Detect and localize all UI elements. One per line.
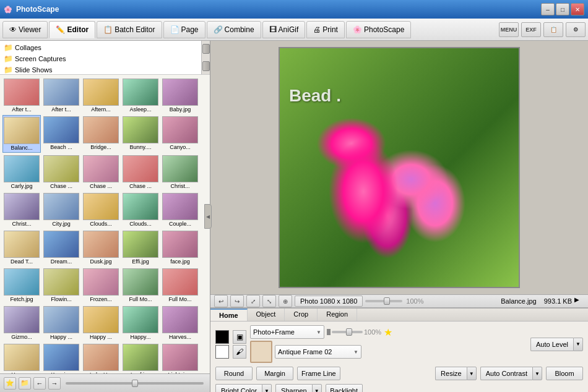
copy-button[interactable]: 📋 xyxy=(543,22,563,37)
folder-button[interactable]: 📁 xyxy=(19,377,31,390)
list-item[interactable]: Christ... xyxy=(161,154,199,190)
tab-print[interactable]: 🖨 Print xyxy=(306,21,345,38)
star-button[interactable]: ⭐ xyxy=(4,377,16,390)
collapse-handle[interactable]: ◀ xyxy=(204,204,212,229)
list-item[interactable]: City.jpg xyxy=(42,192,80,228)
frame-line-button[interactable]: Frame Line xyxy=(297,367,340,380)
list-item[interactable]: After t... xyxy=(42,77,80,114)
list-item[interactable]: Gizmo... xyxy=(2,305,41,341)
maximize-button[interactable]: □ xyxy=(556,3,569,15)
forward-button[interactable]: → xyxy=(48,377,61,390)
tab-anigif[interactable]: 🎞 AniGif xyxy=(262,21,306,38)
close-button[interactable]: ✕ xyxy=(571,3,584,15)
list-item[interactable]: face.jpg xyxy=(161,229,199,266)
photo-frame-dropdown[interactable]: Photo+Frame ▼ xyxy=(250,325,324,339)
list-item[interactable]: Fetch.jpg xyxy=(2,267,41,304)
list-item[interactable]: Chase ... xyxy=(121,154,160,190)
resize-arrow[interactable]: ▼ xyxy=(467,367,477,380)
background-color[interactable] xyxy=(215,345,229,359)
tab-crop[interactable]: Crop xyxy=(285,309,318,321)
list-item[interactable]: Bridge... xyxy=(82,115,120,153)
undo-button[interactable]: ↩ xyxy=(214,295,228,307)
list-item[interactable]: Full Mo... xyxy=(121,267,160,304)
zoom-fit-button[interactable]: ⤢ xyxy=(246,295,260,307)
zoom-slider[interactable] xyxy=(66,382,204,385)
tab-combine[interactable]: 🔗 Combine xyxy=(207,21,261,38)
list-item[interactable]: Canyo... xyxy=(161,115,199,153)
list-item[interactable]: Balanc... xyxy=(2,115,41,153)
bright-color-arrow[interactable]: ▼ xyxy=(262,384,272,392)
settings-button[interactable]: ⚙ xyxy=(566,22,586,37)
list-item[interactable]: Dusk.jpg xyxy=(82,229,120,266)
auto-contrast-button[interactable]: Auto Contrast xyxy=(480,367,532,380)
tab-region[interactable]: Region xyxy=(318,309,357,321)
list-item[interactable]: Chase ... xyxy=(42,154,80,190)
tab-home[interactable]: Home xyxy=(210,309,248,321)
list-item[interactable]: Happy... xyxy=(121,305,160,341)
list-item[interactable]: Dream... xyxy=(42,229,80,266)
back-button[interactable]: ← xyxy=(33,377,46,390)
list-item[interactable]: Aftern... xyxy=(82,77,120,114)
frame-tool[interactable]: ▣ xyxy=(233,330,246,344)
redo-button[interactable]: ↪ xyxy=(230,295,244,307)
folder-collages[interactable]: 📁 Collages xyxy=(1,42,209,53)
list-item[interactable]: After t... xyxy=(2,77,41,114)
list-item[interactable]: Christ... xyxy=(2,192,41,228)
list-item[interactable]: Dead T... xyxy=(2,229,41,266)
sharpen-arrow[interactable]: ▼ xyxy=(312,384,322,392)
list-item[interactable]: Clouds... xyxy=(121,192,160,228)
brush-tool[interactable]: 🖌 xyxy=(233,345,246,359)
thumbnail-grid[interactable]: After t...After t...Aftern...Asleep...Ba… xyxy=(0,75,210,373)
list-item[interactable]: Happy ... xyxy=(82,305,120,341)
bright-color-button[interactable]: Bright,Color xyxy=(215,384,262,392)
minimize-button[interactable]: – xyxy=(541,3,555,15)
expander-icon[interactable]: ▶ xyxy=(574,296,584,306)
zoom-slider-thumb[interactable] xyxy=(384,297,390,305)
round-button[interactable]: Round xyxy=(215,367,253,380)
list-item[interactable]: Lightnin... xyxy=(161,343,199,373)
tab-photoscape[interactable]: 🌸 PhotoScape xyxy=(346,21,411,38)
list-item[interactable]: Flowin... xyxy=(42,267,80,304)
zoom-slider-bar[interactable] xyxy=(365,300,402,302)
folder-screen-captures[interactable]: 📁 Screen Captures xyxy=(1,53,209,64)
frame-slider[interactable] xyxy=(332,331,363,333)
list-item[interactable]: Baby.jpg xyxy=(161,77,199,114)
list-item[interactable]: Asleep... xyxy=(121,77,160,114)
tab-viewer[interactable]: 👁 Viewer xyxy=(2,21,48,38)
list-item[interactable]: Chase ... xyxy=(82,154,120,190)
zoom-actual-button[interactable]: ⤡ xyxy=(262,295,276,307)
list-item[interactable]: Full Mo... xyxy=(161,267,199,304)
margin-button[interactable]: Margin xyxy=(256,367,293,380)
bloom-button[interactable]: Bloom xyxy=(546,367,583,380)
list-item[interactable]: House... xyxy=(2,343,41,373)
list-item[interactable]: Kyra.jpg xyxy=(42,343,80,373)
resize-button[interactable]: Resize xyxy=(435,367,467,380)
auto-level-arrow[interactable]: ▼ xyxy=(573,338,583,351)
tab-editor[interactable]: ✏️ Editor xyxy=(49,21,95,38)
frame-name-dropdown[interactable]: Antique Frame 02 ▼ xyxy=(275,345,361,359)
exf-button[interactable]: EXF xyxy=(521,22,541,37)
zoom-minus[interactable] xyxy=(327,329,331,335)
tab-object[interactable]: Object xyxy=(248,309,285,321)
backlight-button[interactable]: Backlight xyxy=(326,384,363,392)
list-item[interactable]: Carly.jpg xyxy=(2,154,41,190)
sharpen-button[interactable]: Sharpen xyxy=(275,384,312,392)
tab-batch-editor[interactable]: 📋 Batch Editor xyxy=(97,21,162,38)
tab-page[interactable]: 📄 Page xyxy=(163,21,205,38)
menu-button[interactable]: MENU xyxy=(499,22,519,37)
auto-level-button[interactable]: Auto Level xyxy=(530,338,573,351)
list-item[interactable]: Beach ... xyxy=(42,115,80,153)
list-item[interactable]: Harves... xyxy=(161,305,199,341)
zoom-in-button[interactable]: ⊕ xyxy=(279,295,292,307)
list-item[interactable]: Leaf.jpg xyxy=(121,343,160,373)
list-item[interactable]: Happy ... xyxy=(42,305,80,341)
foreground-color[interactable] xyxy=(215,330,229,344)
list-item[interactable]: Clouds... xyxy=(82,192,120,228)
folder-slide-shows[interactable]: 📁 Slide Shows xyxy=(1,64,209,75)
auto-contrast-arrow[interactable]: ▼ xyxy=(532,367,542,380)
list-item[interactable]: Effi.jpg xyxy=(121,229,160,266)
favorite-star[interactable]: ★ xyxy=(384,326,392,338)
list-item[interactable]: Couple... xyxy=(161,192,199,228)
list-item[interactable]: Lake H... xyxy=(82,343,120,373)
list-item[interactable]: Frozen... xyxy=(82,267,120,304)
